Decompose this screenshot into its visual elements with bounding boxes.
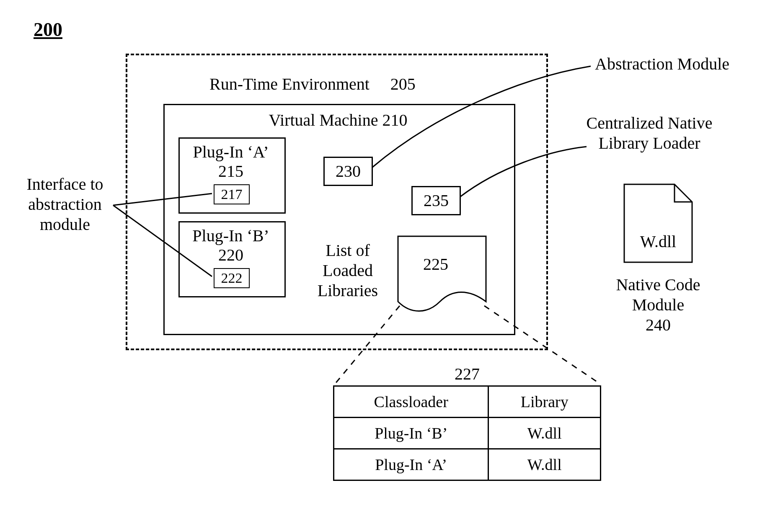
box-225-ref: 225: [423, 255, 448, 274]
vm-text: Virtual Machine: [269, 111, 378, 129]
vm-ref: 210: [382, 111, 407, 129]
plugin-b-label: Plug-In ‘B’: [178, 226, 283, 245]
callout-left: Interface to abstraction module: [17, 174, 113, 235]
file-label: W.dll: [623, 232, 694, 251]
table-r2c2: W.dll: [488, 449, 601, 480]
callout-abstraction-module: Abstraction Module: [595, 54, 729, 74]
table-r1c1: Plug-In ‘B’: [334, 418, 488, 449]
list-label-line3: Libraries: [310, 281, 385, 301]
table-ref: 227: [333, 364, 601, 384]
native-module-l2: Module: [610, 295, 706, 315]
plugin-a-inner-box: 217: [214, 184, 250, 204]
box-230: 230: [323, 157, 373, 186]
plugin-a-ref: 215: [178, 162, 283, 181]
callout-centralized-loader: Centralized Native Library Loader: [574, 113, 725, 153]
runtime-env-label: Run-Time Environment 205: [209, 75, 416, 94]
callout-left-l2: abstraction: [17, 194, 113, 214]
plugin-a-label: Plug-In ‘A’: [178, 142, 283, 162]
list-label-line1: List of: [310, 240, 385, 261]
plugin-b-inner-box: 222: [214, 268, 250, 288]
table-header-classloader: Classloader: [334, 386, 488, 418]
table-r1c2: W.dll: [488, 418, 601, 449]
vm-label: Virtual Machine 210: [163, 111, 513, 130]
table-header-library: Library: [488, 386, 601, 418]
table-r2c1: Plug-In ‘A’: [334, 449, 488, 480]
native-code-module-label: Native Code Module 240: [610, 275, 706, 335]
callout-centralized-l2: Library Loader: [574, 133, 725, 153]
callout-left-l3: module: [17, 214, 113, 235]
list-label-line2: Loaded: [310, 261, 385, 281]
native-module-ref: 240: [610, 315, 706, 335]
figure-number: 200: [34, 19, 62, 41]
list-label: List of Loaded Libraries: [310, 240, 385, 301]
runtime-env-ref: 205: [390, 75, 416, 93]
callout-centralized-l1: Centralized Native: [574, 113, 725, 133]
box-235: 235: [411, 186, 461, 215]
callout-left-l1: Interface to: [17, 174, 113, 194]
table-227: Classloader Library Plug-In ‘B’ W.dll Pl…: [333, 385, 601, 481]
plugin-b-ref: 220: [178, 245, 283, 265]
native-module-l1: Native Code: [610, 275, 706, 295]
runtime-env-text: Run-Time Environment: [209, 75, 370, 93]
